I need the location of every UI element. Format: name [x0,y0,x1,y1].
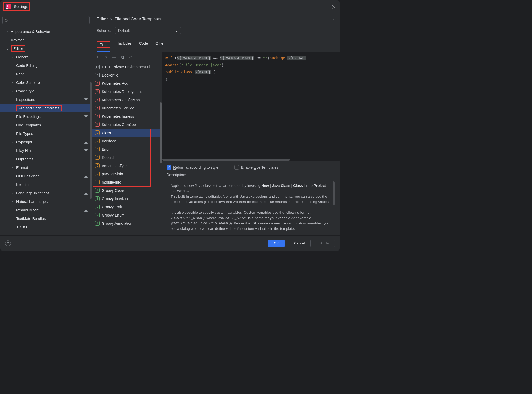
sidebar-item-label: File Types [16,132,33,136]
scheme-label: Scheme: [97,28,111,33]
sidebar-item-general[interactable]: ›General [0,53,92,61]
template-item-groovy-annotation[interactable]: GGroovy Annotation [92,219,162,227]
breadcrumb: Editor › File and Code Templates ← → [92,13,340,23]
chevron-right-icon: › [110,17,112,22]
template-label: Kubernetes Ingress [102,114,134,118]
cancel-button[interactable]: Cancel [288,240,311,247]
scrollbar-thumb[interactable] [160,102,162,163]
template-item-http-private-environment-fi[interactable]: {}HTTP Private Environment Fi [92,63,162,71]
sidebar-item-label: Inlay Hints [16,149,33,153]
template-item-kubernetes-deployment[interactable]: YKubernetes Deployment [92,87,162,96]
sidebar-item-gui-designer[interactable]: GUI Designer [0,172,92,180]
sidebar-item-label: Natural Languages [16,200,48,204]
chevron-right-icon: › [11,141,15,144]
description-box: Applies to new Java classes that are cre… [167,180,335,235]
template-code-editor[interactable]: #if (${PACKAGE_NAME} && ${PACKAGE_NAME} … [162,52,340,158]
template-item-kubernetes-pod[interactable]: YKubernetes Pod [92,79,162,87]
template-item-record[interactable]: CRecord [92,153,162,162]
template-label: Groovy Enum [102,213,125,217]
sidebar-item-label: TextMate Bundles [16,217,46,221]
sidebar-item-file-encodings[interactable]: File Encodings [0,112,92,121]
template-label: Class [102,131,111,135]
copy-from-icon[interactable]: ⎘ [105,55,107,60]
template-item-annotationtype[interactable]: CAnnotationType [92,162,162,170]
project-badge-icon [84,149,88,152]
template-item-kubernetes-cronjob[interactable]: YKubernetes CronJob [92,120,162,129]
live-templates-checkbox[interactable]: Enable Live Templates [234,165,278,170]
sidebar-item-emmet[interactable]: ›Emmet [0,163,92,172]
ok-button[interactable]: OK [268,240,285,247]
sidebar-item-reader-mode[interactable]: Reader Mode [0,206,92,214]
sidebar-item-editor[interactable]: ⌄Editor [0,44,92,53]
template-item-groovy-class[interactable]: GGroovy Class [92,186,162,194]
search-input[interactable]: Q- [2,16,90,24]
template-item-class[interactable]: CClass [92,129,162,137]
scrollbar-thumb[interactable] [90,82,92,199]
chevron-down-icon: ⌄ [175,28,178,33]
app-icon: IJ [5,4,11,10]
template-item-kubernetes-service[interactable]: YKubernetes Service [92,104,162,112]
remove-icon[interactable]: — [112,55,116,60]
chevron-right-icon: › [6,30,9,33]
sidebar-item-label: Emmet [16,166,28,170]
horizontal-scrollbar[interactable] [162,158,340,161]
sidebar-item-file-and-code-templates[interactable]: File and Code Templates [0,104,92,112]
template-item-enum[interactable]: CEnum [92,145,162,153]
sidebar-item-code-style[interactable]: ›Code Style [0,87,92,95]
sidebar-item-code-editing[interactable]: Code Editing [0,61,92,70]
braces-file-icon: {} [95,65,100,69]
tab-code[interactable]: Code [139,39,148,52]
sidebar-item-inlay-hints[interactable]: Inlay Hints [0,146,92,155]
template-label: Dockerfile [102,73,118,77]
apply-button[interactable]: Apply [314,240,335,247]
sidebar-item-live-templates[interactable]: Live Templates [0,121,92,129]
sidebar-item-language-injections[interactable]: ›Language Injections [0,189,92,197]
sidebar-item-color-scheme[interactable]: ›Color Scheme [0,78,92,87]
tab-includes[interactable]: Includes [118,39,132,52]
template-item-package-info[interactable]: Cpackage-info [92,170,162,178]
sidebar-item-intentions[interactable]: Intentions [0,180,92,189]
sidebar-item-duplicates[interactable]: Duplicates [0,155,92,163]
template-item-kubernetes-configmap[interactable]: YKubernetes ConfigMap [92,96,162,104]
sidebar-item-label: File and Code Templates [19,106,60,110]
c-file-icon: C [95,130,100,135]
sidebar-item-todo[interactable]: TODO [0,223,92,231]
close-icon[interactable] [331,4,337,9]
sidebar-item-font[interactable]: Font [0,70,92,78]
template-item-groovy-trait[interactable]: GGroovy Trait [92,203,162,211]
sidebar-item-label: Editor [13,46,23,51]
sidebar-item-file-types[interactable]: File Types [0,129,92,138]
back-icon[interactable]: ← [323,17,327,22]
g-file-icon: G [95,196,100,201]
template-label: AnnotationType [102,164,127,168]
reformat-checkbox[interactable]: ✓ Reformat according to style [167,165,218,170]
chevron-right-icon: › [11,192,15,195]
tab-files[interactable]: Files [97,39,110,52]
sidebar-item-label: GUI Designer [16,174,39,178]
sidebar-item-textmate-bundles[interactable]: TextMate Bundles [0,214,92,223]
help-icon[interactable]: ? [5,240,11,246]
sidebar-item-copyright[interactable]: ›Copyright [0,138,92,146]
template-item-groovy-interface[interactable]: GGroovy Interface [92,194,162,203]
sidebar-item-natural-languages[interactable]: ›Natural Languages [0,197,92,206]
forward-icon[interactable]: → [331,17,335,22]
sidebar-item-appearance-behavior[interactable]: ›Appearance & Behavior [0,27,92,36]
undo-icon[interactable]: ↶ [129,55,132,60]
sidebar-item-label: Color Scheme [16,81,40,85]
sidebar-item-inspections[interactable]: Inspections [0,95,92,104]
sidebar-item-keymap[interactable]: Keymap [0,36,92,44]
chevron-right-icon: › [11,200,15,203]
project-badge-icon [84,141,88,144]
template-item-interface[interactable]: CInterface [92,137,162,145]
template-item-groovy-enum[interactable]: GGroovy Enum [92,211,162,219]
tab-other[interactable]: Other [155,39,165,52]
copy-icon[interactable]: ⧉ [121,55,124,60]
scrollbar-thumb[interactable] [333,181,335,205]
add-icon[interactable]: ＋ [96,54,100,60]
scheme-select[interactable]: Default ⌄ [115,27,181,34]
template-item-dockerfile[interactable]: ?Dockerfile [92,71,162,79]
template-item-module-info[interactable]: Cmodule-info [92,178,162,186]
template-label: Interface [102,139,116,143]
template-label: Groovy Class [102,188,124,193]
template-item-kubernetes-ingress[interactable]: YKubernetes Ingress [92,112,162,120]
